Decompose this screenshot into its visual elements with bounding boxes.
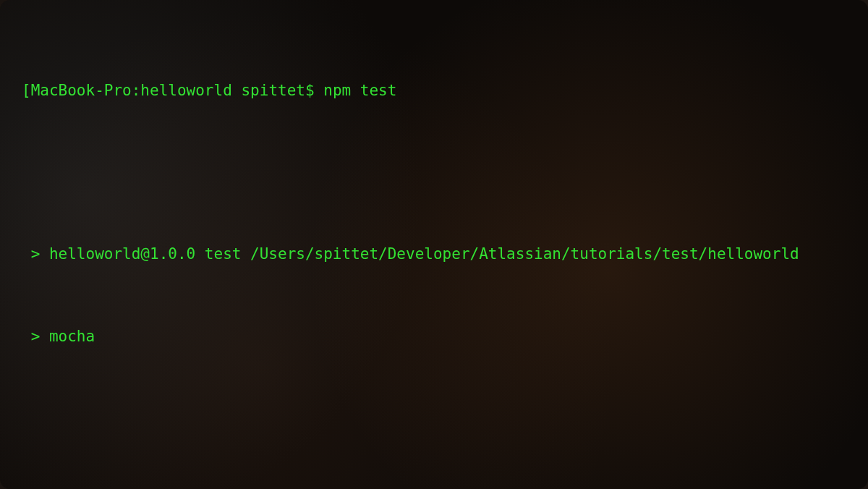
prompt-host: MacBook-Pro:helloworld spittet$ [31,82,324,99]
terminal-output: [MacBook-Pro:helloworld spittet$ npm tes… [22,19,846,489]
script-prefix: > [31,245,49,263]
blank-gap [22,408,846,448]
blank-line [22,162,846,182]
npm-script-line-2: > mocha [22,326,846,346]
terminal-window[interactable]: [MacBook-Pro:helloworld spittet$ npm tes… [0,0,868,489]
script-text: mocha [49,328,95,345]
script-text: helloworld@1.0.0 test /Users/spittet/Dev… [49,245,799,263]
script-prefix: > [31,328,49,345]
prompt-bracket: [ [22,82,31,99]
prompt-line-1: [MacBook-Pro:helloworld spittet$ npm tes… [22,80,846,101]
npm-script-line-1: > helloworld@1.0.0 test /Users/spittet/D… [22,244,846,264]
command-npm-test: npm test [323,82,396,99]
